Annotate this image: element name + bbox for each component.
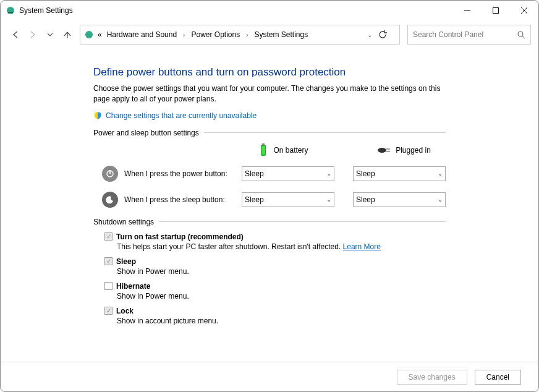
plugged-label: Plugged in [396, 146, 431, 155]
address-bar[interactable]: « Hardware and Sound › Power Options › S… [80, 25, 400, 45]
maximize-button[interactable] [482, 1, 510, 20]
content-area: Define power buttons and turn on passwor… [1, 49, 538, 369]
recent-dropdown[interactable] [45, 30, 55, 40]
svg-rect-1 [8, 12, 13, 13]
lock-item: ✓Lock Show in account picture menu. [104, 307, 446, 325]
fast-startup-title: Turn on fast startup (recommended) [116, 232, 244, 241]
columns-header: On battery Plugged in [93, 143, 446, 157]
forward-button[interactable] [28, 30, 38, 40]
divider [204, 132, 446, 133]
close-button[interactable] [510, 1, 538, 20]
section-power-buttons: Power and sleep button settings [93, 129, 446, 137]
fast-startup-item: ✓Turn on fast startup (recommended) This… [104, 232, 446, 251]
chevron-right-icon[interactable]: › [244, 32, 250, 38]
minimize-button[interactable] [453, 1, 482, 20]
hibernate-sub: Show in Power menu. [104, 292, 446, 300]
plugged-column-header: Plugged in [362, 146, 446, 155]
chevron-right-icon[interactable]: › [180, 32, 187, 38]
section-label: Shutdown settings [93, 218, 154, 226]
sleep-battery-select[interactable]: Sleep⌄ [242, 192, 334, 207]
page-title: Define power buttons and turn on passwor… [93, 66, 446, 79]
sleep-item: ✓Sleep Show in Power menu. [104, 257, 446, 276]
lock-sub: Show in account picture menu. [104, 317, 446, 325]
back-button[interactable] [11, 30, 20, 40]
power-battery-select[interactable]: Sleep⌄ [242, 166, 334, 181]
battery-icon [258, 143, 268, 157]
breadcrumb-item[interactable]: Power Options [190, 30, 241, 39]
power-button-row: When I press the power button: Sleep⌄ Sl… [93, 166, 446, 182]
hibernate-checkbox [104, 282, 112, 290]
breadcrumb-item[interactable]: Hardware and Sound [106, 30, 178, 39]
address-dropdown-icon[interactable]: ⌄ [363, 32, 376, 38]
section-label: Power and sleep button settings [93, 129, 199, 137]
chevron-down-icon: ⌄ [326, 170, 331, 177]
titlebar: System Settings [1, 1, 538, 20]
learn-more-link[interactable]: Learn More [343, 242, 381, 251]
search-placeholder: Search Control Panel [413, 30, 483, 39]
up-button[interactable] [62, 30, 72, 40]
power-plugged-select[interactable]: Sleep⌄ [353, 166, 446, 181]
save-button: Save changes [397, 370, 467, 385]
toolbar: « Hardware and Sound › Power Options › S… [1, 20, 538, 49]
page-description: Choose the power settings that you want … [93, 83, 446, 105]
svg-point-6 [85, 31, 93, 38]
breadcrumb-prefix[interactable]: « [96, 30, 103, 39]
lock-checkbox: ✓ [104, 307, 112, 315]
fast-startup-checkbox: ✓ [104, 232, 112, 241]
refresh-button[interactable] [378, 30, 396, 39]
chevron-down-icon: ⌄ [438, 196, 443, 203]
svg-point-7 [518, 32, 523, 36]
shutdown-list: ✓Turn on fast startup (recommended) This… [93, 232, 446, 325]
power-icon [102, 166, 118, 182]
app-icon [6, 6, 15, 15]
sleep-title: Sleep [116, 257, 136, 266]
sleep-sub: Show in Power menu. [104, 267, 446, 276]
shield-icon [93, 111, 102, 120]
control-panel-icon [84, 30, 94, 40]
svg-rect-3 [493, 8, 499, 14]
hibernate-item: Hibernate Show in Power menu. [104, 282, 446, 300]
sleep-checkbox: ✓ [104, 257, 112, 265]
svg-point-0 [7, 7, 14, 14]
breadcrumb-item[interactable]: System Settings [253, 30, 310, 39]
change-settings-link[interactable]: Change settings that are currently unava… [106, 111, 257, 120]
hibernate-title: Hibernate [116, 282, 150, 291]
svg-rect-10 [262, 143, 265, 145]
svg-point-12 [378, 148, 386, 153]
chevron-down-icon: ⌄ [326, 196, 331, 203]
svg-rect-11 [261, 146, 265, 155]
fast-startup-sub: This helps start your PC faster after sh… [117, 242, 343, 251]
battery-column-header: On battery [242, 143, 325, 157]
sleep-button-label: When I press the sleep button: [124, 195, 236, 204]
sleep-button-row: When I press the sleep button: Sleep⌄ Sl… [93, 192, 446, 208]
divider [159, 221, 446, 222]
battery-label: On battery [273, 146, 308, 155]
window-controls [453, 1, 538, 20]
cancel-button[interactable]: Cancel [475, 370, 521, 385]
plug-icon [377, 146, 391, 155]
search-input[interactable]: Search Control Panel [407, 25, 531, 45]
lock-title: Lock [116, 307, 134, 315]
sleep-plugged-select[interactable]: Sleep⌄ [353, 192, 446, 207]
search-icon [517, 31, 525, 39]
section-shutdown: Shutdown settings [93, 218, 446, 226]
chevron-down-icon: ⌄ [438, 170, 443, 177]
svg-line-8 [522, 36, 525, 38]
footer: Save changes Cancel [1, 362, 538, 391]
power-button-label: When I press the power button: [124, 169, 236, 178]
sleep-icon [102, 192, 118, 208]
admin-link-row: Change settings that are currently unava… [93, 111, 446, 120]
nav-arrows [11, 30, 72, 40]
window-title: System Settings [19, 6, 73, 15]
